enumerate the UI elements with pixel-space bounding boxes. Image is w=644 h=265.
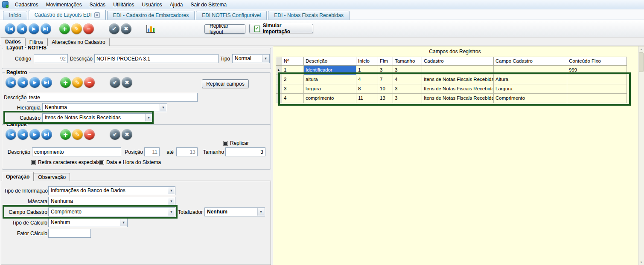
grid-cell[interactable]: 1 bbox=[282, 66, 304, 75]
grid-cell-selected[interactable]: Identificador bbox=[304, 66, 356, 75]
grid-cell[interactable]: 13 bbox=[378, 94, 393, 103]
page-tab-alteracoes[interactable]: Alterações no Cadastro bbox=[47, 38, 109, 46]
grid-row[interactable]: 2 altura 4 7 4 Itens de Notas Fiscais Re… bbox=[276, 75, 627, 84]
layout-nav-last-button[interactable]: ▶ bbox=[41, 23, 51, 34]
menu-movimentacoes[interactable]: Movimentações bbox=[42, 0, 86, 9]
col-header-campo-cadastro[interactable]: Campo Cadastro bbox=[494, 57, 567, 66]
campos-edit-button[interactable]: ✎ bbox=[72, 129, 83, 140]
layout-nav-next-button[interactable]: ▶ bbox=[29, 23, 39, 34]
campo-cadastro-select[interactable]: Comprimento ▾ bbox=[48, 207, 175, 216]
grid-cell[interactable]: 8 bbox=[356, 84, 378, 94]
menu-saidas[interactable]: Saídas bbox=[86, 0, 109, 9]
grid-cell[interactable]: Itens de Notas Fiscais Recebidas bbox=[422, 94, 494, 103]
grid-cell[interactable]: 3 bbox=[393, 94, 422, 103]
layout-descricao-input[interactable] bbox=[94, 54, 219, 63]
scroll-down-icon[interactable]: ▼ bbox=[638, 259, 644, 265]
layout-delete-button[interactable]: − bbox=[83, 23, 94, 34]
campo-descricao-input[interactable] bbox=[32, 147, 121, 156]
tab-edi-notas-fiscais-recebidas[interactable]: EDI - Notas Fiscais Recebidas bbox=[268, 11, 350, 20]
campos-nav-prev-button[interactable]: ◀ bbox=[17, 129, 28, 140]
campos-nav-next-button[interactable]: ▶ bbox=[29, 129, 40, 140]
codigo-input[interactable] bbox=[34, 54, 68, 63]
grid-cell[interactable]: largura bbox=[304, 84, 356, 94]
menu-usuarios[interactable]: Usuários bbox=[138, 0, 166, 9]
retira-caracteres-checkbox[interactable] bbox=[31, 160, 36, 165]
campos-cancel-button[interactable]: ✖ bbox=[122, 129, 132, 140]
grid-cell[interactable]: 3 bbox=[393, 66, 422, 75]
mascara-select[interactable]: Nenhuma ▾ bbox=[48, 197, 175, 206]
posicao-input[interactable] bbox=[144, 147, 160, 156]
tab-edi-notfis-configuravel[interactable]: EDI NOTFIS Configurável bbox=[196, 11, 267, 20]
page-tab-dados[interactable]: Dados bbox=[1, 37, 25, 46]
menu-utilitarios[interactable]: Utilitários bbox=[109, 0, 138, 9]
grid-cell[interactable]: 11 bbox=[356, 94, 378, 103]
fator-calculo-input[interactable] bbox=[48, 229, 91, 238]
vertical-scrollbar[interactable]: ▲ ▼ bbox=[638, 46, 644, 265]
menu-ajuda[interactable]: Ajuda bbox=[166, 0, 187, 9]
grid-cell[interactable] bbox=[567, 84, 627, 94]
grid-cell[interactable]: 999 bbox=[567, 66, 627, 75]
grid-cell[interactable] bbox=[567, 75, 627, 84]
tab-observacao[interactable]: Observação bbox=[34, 173, 70, 181]
tab-edi-cadastro-embarcadores[interactable]: EDI - Cadastro de Embarcadores bbox=[107, 11, 195, 20]
grid-cell[interactable]: 3 bbox=[282, 84, 304, 94]
close-tab-icon[interactable]: ✕ bbox=[94, 12, 100, 18]
campos-confirm-button[interactable]: ✔ bbox=[110, 129, 120, 140]
registro-edit-button[interactable]: ✎ bbox=[72, 77, 83, 88]
menu-cadastros[interactable]: Cadastros bbox=[11, 0, 42, 9]
scroll-up-icon[interactable]: ▲ bbox=[638, 46, 644, 52]
registro-nav-last-button[interactable]: ▶ bbox=[41, 77, 52, 88]
grid-row[interactable]: ► 1 Identificador 1 3 3 999 bbox=[276, 66, 627, 75]
registro-confirm-button[interactable]: ✔ bbox=[110, 77, 120, 88]
tab-cadastro-layouts-edi[interactable]: Cadastro de Layouts EDI ✕ bbox=[29, 10, 106, 20]
grid-cell[interactable]: Itens de Notas Fiscais Recebidas bbox=[422, 84, 494, 94]
tab-operacao[interactable]: Operação bbox=[2, 172, 34, 181]
grid-cell[interactable]: Altura bbox=[494, 75, 567, 84]
col-header-numero[interactable]: Nº bbox=[282, 57, 304, 66]
replicar-layout-button[interactable]: Replicar layout bbox=[204, 24, 245, 34]
campos-add-button[interactable]: + bbox=[60, 129, 71, 140]
col-header-fim[interactable]: Fim bbox=[378, 57, 393, 66]
campos-nav-last-button[interactable]: ▶ bbox=[41, 129, 52, 140]
tamanho-input[interactable] bbox=[225, 147, 265, 156]
grid-cell[interactable]: 3 bbox=[378, 66, 393, 75]
totalizador-select[interactable]: Nenhum ▾ bbox=[204, 207, 265, 216]
registro-delete-button[interactable]: − bbox=[84, 77, 95, 88]
layout-edit-button[interactable]: ✎ bbox=[71, 23, 82, 34]
grid-cell[interactable]: altura bbox=[304, 75, 356, 84]
grid-cell[interactable]: Largura bbox=[494, 84, 567, 94]
registro-descricao-input[interactable] bbox=[27, 93, 198, 102]
registro-nav-next-button[interactable]: ▶ bbox=[29, 77, 40, 88]
tipo-select[interactable]: Normal ▾ bbox=[232, 54, 270, 63]
grid-cell[interactable]: 4 bbox=[356, 75, 378, 84]
layout-nav-first-button[interactable]: ◀ bbox=[5, 23, 15, 34]
col-header-conteudo-fixo[interactable]: Conteúdo Fixo bbox=[567, 57, 627, 66]
grid-cell[interactable]: 3 bbox=[393, 84, 422, 94]
data-hora-checkbox[interactable] bbox=[99, 160, 104, 165]
grid-cell[interactable]: 4 bbox=[393, 75, 422, 84]
grid-cell[interactable]: 7 bbox=[378, 75, 393, 84]
layout-confirm-button[interactable]: ✔ bbox=[109, 23, 119, 34]
registro-nav-first-button[interactable]: ◀ bbox=[6, 77, 16, 88]
cadastro-select[interactable]: Itens de Notas Fiscais Recebidas ▾ bbox=[42, 113, 153, 122]
replicar-campos-button[interactable]: Replicar campos bbox=[202, 79, 249, 88]
col-header-tamanho[interactable]: Tamanho bbox=[393, 57, 422, 66]
col-header-descricao[interactable]: Descrição bbox=[304, 57, 356, 66]
grid-row[interactable]: 4 comprimento 11 13 3 Itens de Notas Fis… bbox=[276, 94, 627, 103]
grid-cell[interactable]: comprimento bbox=[304, 94, 356, 103]
campos-delete-button[interactable]: − bbox=[84, 129, 95, 140]
grid-cell[interactable]: 4 bbox=[282, 94, 304, 103]
grid-cell[interactable] bbox=[567, 94, 627, 103]
layout-add-button[interactable]: + bbox=[59, 23, 70, 34]
menu-sair[interactable]: Sair do Sistema bbox=[187, 0, 231, 9]
tab-inicio[interactable]: Início bbox=[3, 11, 27, 20]
grid-cell[interactable]: 1 bbox=[356, 66, 378, 75]
tipo-calculo-select[interactable]: Nenhum ▾ bbox=[48, 218, 128, 227]
tipo-informacao-select[interactable]: Informações do Banco de Dados ▾ bbox=[48, 186, 175, 195]
grid-row[interactable]: 3 largura 8 10 3 Itens de Notas Fiscais … bbox=[276, 84, 627, 94]
grid-cell[interactable]: 10 bbox=[378, 84, 393, 94]
scrollbar-thumb[interactable] bbox=[639, 52, 644, 72]
hierarquia-select[interactable]: Nenhuma ▾ bbox=[42, 103, 167, 112]
registro-nav-prev-button[interactable]: ◀ bbox=[17, 77, 28, 88]
ate-input[interactable] bbox=[176, 147, 198, 156]
